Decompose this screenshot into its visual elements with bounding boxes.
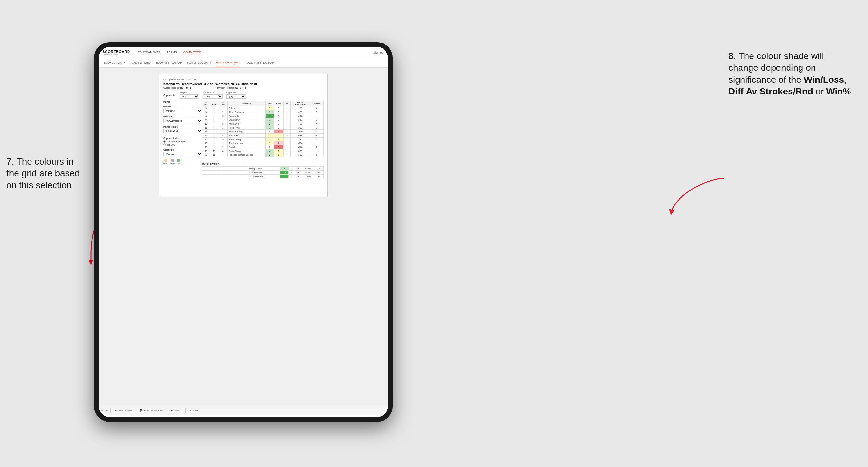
sub-nav: TEAM SUMMARY TEAM H2H GRID TEAM H2H HEAT… <box>99 58 388 67</box>
td-win: 4 <box>266 149 274 153</box>
sub-nav-team-h2h-heatmap[interactable]: TEAM H2H HEATMAP <box>156 58 182 67</box>
nav-teams[interactable]: TEAMS <box>167 50 177 55</box>
td-reg: 6 <box>210 122 218 126</box>
toolbar-redo[interactable]: ↪ <box>106 409 108 412</box>
legend-down-label: Down <box>163 162 168 164</box>
panel-colour-by: Colour by Win/loss <box>163 149 202 156</box>
td-conf: 1 <box>218 142 227 145</box>
td-opponent: Andrea York <box>227 122 266 126</box>
td-tie: 0 <box>284 130 291 134</box>
td-opponent: NCAA Division 2 <box>248 174 280 178</box>
nav-tournaments[interactable]: TOURNAMENTS <box>137 50 160 55</box>
td-conf: 6 <box>218 149 227 153</box>
sub-nav-player-h2h-heatmap[interactable]: PLAYER H2H HEATMAP <box>245 58 274 67</box>
td-rounds: 2 <box>310 130 323 134</box>
logo-text: SCOREBOARD <box>102 50 130 54</box>
td-rounds: 2 <box>315 166 323 170</box>
sub-nav-team-summary[interactable]: TEAM SUMMARY <box>104 58 125 67</box>
td-div: 15 <box>203 137 210 142</box>
td-tie: 0 <box>284 153 291 157</box>
report-header-top: Last Updated: 27/03/2024 16:55:38 <box>163 78 323 81</box>
td-loss: 0 <box>274 110 284 114</box>
legend-level-label: Level <box>170 162 175 164</box>
td-conf <box>235 170 248 174</box>
nav-items: TOURNAMENTS TEAMS COMMITTEE <box>137 50 373 55</box>
watch-icon: 👀 <box>171 409 174 412</box>
td-div: 14 <box>203 134 210 137</box>
toolbar-undo[interactable]: ↩ <box>101 409 103 412</box>
tablet-screen: SCOREBOARD Powered by clippd TOURNAMENTS… <box>99 47 388 417</box>
td-diff: 1.25 <box>290 137 310 142</box>
td-rounds: 4 <box>310 137 323 142</box>
td-loss: 1 <box>274 137 284 142</box>
td-loss: 1 <box>274 149 284 153</box>
gender-select[interactable]: Women's <box>163 109 202 113</box>
table-row: 5 2 2 Alexis Sudijanto 1 0 0 4.00 3 <box>203 110 323 114</box>
td-reg: 7 <box>210 134 218 137</box>
td-conf: 3 <box>218 122 227 126</box>
td-conf: 7 <box>218 153 227 157</box>
td-diff: 7.400 <box>301 174 315 178</box>
table-row: NAIA Division 1 15 0 0 9.267 30 <box>203 170 323 174</box>
td-diff: -5.00 <box>290 145 310 149</box>
header-sign-out[interactable]: Sign out <box>373 51 384 54</box>
td-win: 1 <box>280 166 288 170</box>
sub-nav-player-summary[interactable]: PLAYER SUMMARY <box>187 58 211 67</box>
player-rank-select[interactable]: 8. Katelyn Vo <box>163 129 202 133</box>
filter-conference-select[interactable]: (All) <box>203 94 223 99</box>
table-row: 6 3 3 Sydney Kuo 1 0 0 -1.00 <box>203 114 323 118</box>
radio-top-100[interactable]: Top 100 <box>163 144 202 146</box>
td-diff: 9.267 <box>301 170 315 174</box>
colour-by-label: Colour by <box>163 149 202 151</box>
filter-region-select[interactable]: (All) <box>180 94 199 99</box>
toolbar-watch[interactable]: 👀 Watch <box>170 409 183 412</box>
toolbar-view-original[interactable]: 👁 View: Original <box>113 409 133 412</box>
gender-label: Gender <box>163 105 202 108</box>
toolbar: ↩ ↪ 👁 View: Original 💾 Save Custom View … <box>99 406 388 415</box>
logo-area: SCOREBOARD Powered by clippd <box>102 50 130 56</box>
td-opponent: Alexis Sudijanto <box>227 110 266 114</box>
panel-opponent-view: Opponent view Opponents Played Top 100 <box>163 137 202 146</box>
sub-nav-player-h2h-grid[interactable]: PLAYER H2H GRID <box>216 58 240 67</box>
td-opponent: Sharon Mun <box>227 118 266 122</box>
division-select[interactable]: NCAA Division III <box>163 119 202 123</box>
td-div: 3 <box>203 106 210 110</box>
svg-marker-0 <box>88 260 93 266</box>
td-loss: 0 <box>288 170 294 174</box>
td-diff: 4.500 <box>301 166 315 170</box>
colour-by-select[interactable]: Win/loss <box>163 152 202 156</box>
td-conf: 1 <box>218 130 227 134</box>
table-row: 9 1 4 Sharon Mun 1 0 0 3.67 3 <box>203 118 323 122</box>
nav-committee[interactable]: COMMITTEE <box>183 50 201 55</box>
td-div: 9 <box>203 118 210 122</box>
td-win: 1 <box>266 118 274 122</box>
td-reg <box>222 170 235 174</box>
view-icon: 👁 <box>115 409 117 411</box>
toolbar-save-custom[interactable]: 💾 Save Custom View <box>138 409 164 412</box>
legend-dot-up <box>177 159 180 162</box>
td-conf: 4 <box>218 118 227 122</box>
td-rounds: 4 <box>310 106 323 110</box>
legend-level: Level <box>170 159 175 164</box>
division-record: Division Record: 331 - 34 - 6 <box>217 87 246 89</box>
toolbar-share[interactable]: ↗ Share <box>188 409 200 412</box>
td-div <box>203 170 222 174</box>
td-diff: 0.38 <box>290 134 310 137</box>
radio-opponents-played[interactable]: Opponents Played <box>163 140 202 143</box>
report-card: Last Updated: 27/03/2024 16:55:38 Kately… <box>159 74 328 197</box>
out-of-division-section: Out of division Foreign Team 1 <box>202 162 323 179</box>
filter-opponent-select[interactable]: (All) <box>226 94 246 99</box>
td-div <box>203 174 222 178</box>
td-opponent: NAIA Division 1 <box>248 170 280 174</box>
th-conf: #Conf <box>218 101 227 106</box>
table-row: 10 6 3 Andrea York 2 0 0 4.00 4 <box>203 122 323 126</box>
table-row: 19 10 6 Emily Chang 4 1 0 0.30 11 <box>203 149 323 153</box>
table-row: 18 2 2 Euna Lee 0 3 0 -5.00 2 <box>203 145 323 149</box>
toolbar-divider-4 <box>185 408 186 413</box>
division-label: Division <box>163 116 202 118</box>
sub-nav-team-h2h-grid[interactable]: TEAM H2H GRID <box>130 58 151 67</box>
th-rounds: Rounds <box>310 101 323 106</box>
table-header-row: #Div #Reg #Conf Opponent Win Loss Tie Di… <box>203 101 323 106</box>
td-loss: 0 <box>274 114 284 118</box>
svg-marker-1 <box>669 209 674 215</box>
